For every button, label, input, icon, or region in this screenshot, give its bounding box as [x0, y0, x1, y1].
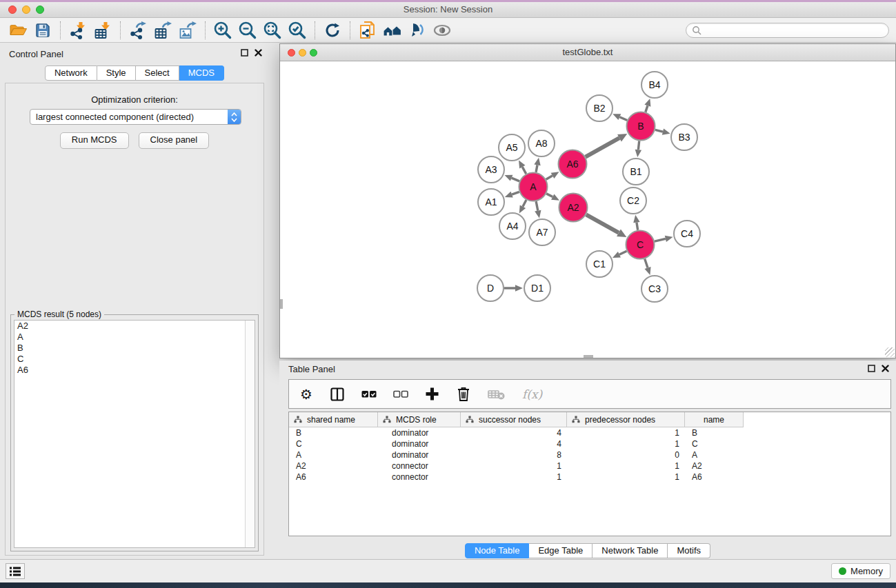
app-titlebar: Session: New Session: [0, 2, 896, 18]
select-all-icon[interactable]: [361, 389, 377, 399]
graph-node-label: A4: [506, 221, 518, 232]
graph-edge-C-C1: [619, 251, 627, 254]
tab-node-table[interactable]: Node Table: [465, 543, 530, 558]
tab-edge-table[interactable]: Edge Table: [529, 543, 593, 558]
criterion-select[interactable]: largest connected component (directed): [30, 109, 241, 125]
result-item[interactable]: A: [14, 332, 255, 343]
toolbar-separator: [315, 21, 315, 39]
graph-edge-A-A8: [536, 165, 537, 172]
paint-style-icon[interactable]: [405, 19, 430, 41]
table-row[interactable]: A6connector11A6: [289, 472, 890, 483]
export-table-icon[interactable]: [150, 19, 175, 41]
column-header-shared-name[interactable]: shared name: [289, 412, 378, 427]
column-header-name[interactable]: name: [685, 412, 744, 427]
select-stepper-icon: [228, 110, 241, 124]
zoom-in-icon[interactable]: [210, 19, 235, 41]
vertical-scroll-mark[interactable]: [280, 299, 283, 309]
graph-edge-C-C4: [655, 239, 666, 241]
tab-style[interactable]: Style: [97, 65, 136, 81]
table-row[interactable]: Bdominator41B: [289, 427, 890, 438]
delete-column-icon[interactable]: [456, 386, 471, 402]
tab-network-table[interactable]: Network Table: [593, 543, 668, 558]
save-icon[interactable]: [30, 19, 55, 41]
optimization-criterion-label: Optimization criterion:: [6, 94, 263, 105]
import-table-icon[interactable]: [90, 19, 115, 41]
apply-layout-icon[interactable]: [320, 19, 345, 41]
toolbar-separator: [120, 21, 121, 39]
graph-node-label: A3: [485, 164, 497, 175]
float-panel-icon[interactable]: [241, 49, 248, 57]
settings-gear-icon[interactable]: ⚙: [299, 387, 313, 401]
float-table-panel-icon[interactable]: [868, 365, 875, 372]
table-panel: Table Panel ⚙: [279, 361, 896, 560]
open-file-icon[interactable]: [6, 19, 30, 41]
zoom-fit-icon[interactable]: [260, 19, 285, 41]
eye-icon[interactable]: [430, 19, 455, 41]
export-image-icon[interactable]: [175, 19, 200, 41]
houses-icon[interactable]: [380, 19, 405, 41]
result-item[interactable]: A2: [14, 321, 255, 332]
column-header-MCDS-role[interactable]: MCDS role: [378, 412, 461, 427]
mcds-result-group: MCDS result (5 nodes) A2ABCA6: [10, 314, 259, 551]
graph-edge-A2-C: [586, 214, 619, 232]
task-history-button[interactable]: [6, 563, 25, 579]
zoom-selected-icon[interactable]: [285, 19, 310, 41]
horizontal-scroll-mark[interactable]: [584, 355, 593, 358]
control-panel-title: Control Panel: [9, 49, 63, 59]
control-panel-tabs: NetworkStyleSelectMCDS: [0, 65, 269, 81]
result-item[interactable]: C: [14, 354, 255, 365]
mcds-tab-content: Optimization criterion: largest connecte…: [5, 83, 264, 556]
graph-edge-A-A7: [536, 201, 538, 211]
application-window: Session: New Session: [0, 0, 896, 588]
search-box[interactable]: [686, 23, 889, 38]
table-row[interactable]: A2connector11A2: [289, 460, 890, 472]
network-window-title: testGlobe.txt: [280, 47, 895, 57]
table-row[interactable]: Cdominator41C: [289, 438, 890, 449]
graph-edge-A-A2: [546, 194, 552, 197]
tab-select[interactable]: Select: [136, 65, 179, 81]
add-column-icon[interactable]: [425, 387, 439, 401]
graph-node-label: B: [637, 121, 644, 132]
column-header-successor-nodes[interactable]: successor nodes: [461, 412, 567, 427]
import-network-icon[interactable]: [66, 19, 90, 41]
delete-table-icon-disabled: [488, 388, 506, 401]
resize-grip[interactable]: [885, 347, 895, 357]
split-column-icon[interactable]: [330, 387, 345, 402]
node-table[interactable]: shared nameMCDS rolesuccessor nodesprede…: [288, 412, 891, 536]
zoom-out-icon[interactable]: [235, 19, 260, 41]
mcds-result-list[interactable]: A2ABCA6: [14, 320, 255, 548]
status-bar: Memory: [0, 559, 896, 582]
network-graph: B4B2BB3A5A8A6B1A3AC2A1A2A4A7C4CC1C3DD1: [280, 61, 895, 358]
table-row[interactable]: Adominator80A: [289, 449, 890, 460]
close-panel-button[interactable]: Close panel: [139, 132, 210, 149]
tab-motifs[interactable]: Motifs: [668, 543, 710, 558]
graph-node-label: C2: [627, 195, 639, 206]
export-network-icon[interactable]: [126, 19, 150, 41]
control-panel: Control Panel NetworkStyleSelectMCDS Opt…: [0, 43, 269, 560]
deselect-all-icon[interactable]: [393, 389, 408, 399]
memory-status-icon: [839, 567, 846, 575]
close-table-panel-icon[interactable]: [882, 365, 889, 372]
table-panel-title: Table Panel: [288, 364, 335, 374]
graph-node-label: A1: [485, 196, 497, 207]
search-input[interactable]: [701, 25, 883, 36]
tab-network[interactable]: Network: [45, 65, 97, 81]
graph-node-label: A6: [566, 159, 578, 170]
tab-mcds[interactable]: MCDS: [179, 65, 224, 81]
graph-edge-C-C2: [637, 223, 638, 230]
run-mcds-button[interactable]: Run MCDS: [60, 132, 129, 149]
result-item[interactable]: B: [14, 343, 255, 354]
result-scrollbar[interactable]: [245, 321, 255, 547]
search-icon: [692, 26, 701, 35]
network-canvas[interactable]: B4B2BB3A5A8A6B1A3AC2A1A2A4A7C4CC1C3DD1: [280, 61, 895, 358]
network-from-selection-icon[interactable]: [355, 19, 380, 41]
mcds-result-title: MCDS result (5 nodes): [14, 310, 104, 319]
result-item[interactable]: A6: [14, 365, 255, 376]
column-header-predecessor-nodes[interactable]: predecessor nodes: [567, 412, 685, 427]
graph-node-label: A5: [506, 142, 517, 153]
list-icon: [9, 566, 21, 577]
close-panel-icon[interactable]: [255, 49, 262, 57]
graph-edge-A-A5: [522, 167, 526, 174]
graph-node-label: A8: [535, 138, 547, 149]
memory-button[interactable]: Memory: [831, 563, 890, 579]
